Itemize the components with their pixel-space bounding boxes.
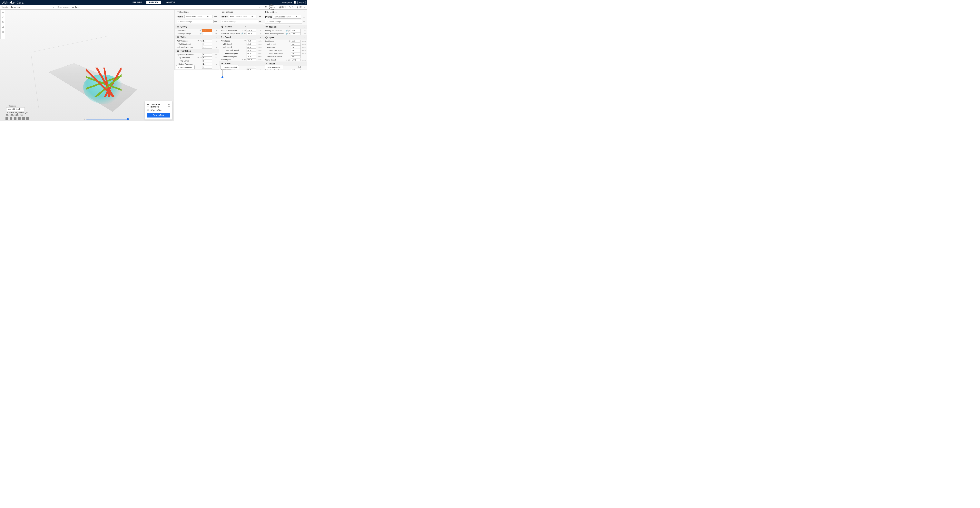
setting-input[interactable]: 0.2 (202, 32, 212, 35)
object-list-header[interactable]: ⌄ Object list (6, 105, 25, 107)
view-icon-1[interactable] (5, 117, 8, 120)
mirror-tool[interactable]: ⇄ (1, 24, 5, 29)
section-material[interactable]: Material ⌄ (263, 25, 307, 29)
setting-input[interactable]: 1.5 (202, 40, 212, 42)
view-icon-6[interactable] (26, 117, 29, 120)
search-input[interactable]: ⌕ (265, 20, 302, 24)
setting-input[interactable]: 40.0 (247, 43, 256, 45)
recommended-button[interactable]: ‹Recommended (265, 65, 283, 69)
setting-input[interactable]: 35.0 (291, 69, 301, 70)
fx-icon[interactable]: ƒx (244, 29, 246, 32)
view-icon-3[interactable] (14, 117, 16, 120)
setting-input[interactable]: 20.0 (247, 46, 256, 49)
setting-input[interactable]: 220.0 (247, 29, 256, 32)
setting-input[interactable]: 1.5 (202, 53, 212, 56)
setting-input[interactable]: 100.0 (291, 32, 301, 35)
play-button[interactable] (84, 118, 85, 120)
recommended-button[interactable]: ‹Recommended (221, 65, 239, 69)
section-material[interactable]: Material ⌄ (219, 24, 263, 29)
reset-icon[interactable]: ↺ (197, 57, 199, 59)
reset-icon[interactable]: ↺ (288, 33, 290, 35)
setting-input[interactable]: 40.0 (291, 52, 301, 55)
section-travel[interactable]: Travel⌄ (219, 61, 263, 66)
reset-icon[interactable]: ↺ (197, 40, 199, 42)
setting-input[interactable]: 1.5 (202, 63, 212, 65)
hamburger-icon[interactable] (303, 16, 305, 17)
section-topbottom[interactable]: Top/Bottom⌄ (175, 49, 219, 53)
hamburger-icon[interactable] (303, 21, 305, 22)
view-icon-5[interactable] (22, 117, 25, 120)
hamburger-icon[interactable] (259, 16, 261, 17)
hamburger-icon[interactable] (259, 21, 261, 22)
object-list-item[interactable]: vonoroi3d_01.stl (6, 107, 25, 111)
fx-icon[interactable]: ƒx (199, 40, 202, 42)
link-icon[interactable]: 🔗 (241, 32, 243, 35)
setting-input[interactable]: 100.0 (247, 32, 256, 35)
link-icon[interactable]: 🔗 (286, 33, 288, 35)
view-icon-2[interactable] (10, 117, 12, 120)
setting-input[interactable]: 0.0 (202, 46, 212, 49)
signin-button[interactable]: Sign in (298, 1, 306, 4)
setting-input[interactable]: 20.0 (291, 56, 301, 58)
save-to-disk-button[interactable]: Save to Disk (146, 113, 170, 117)
setting-input[interactable]: 20.0 (291, 46, 301, 49)
hamburger-icon[interactable] (215, 21, 217, 22)
search-input[interactable]: ⌕ (177, 20, 214, 23)
fx-icon[interactable]: ƒx (199, 57, 202, 59)
setting-input[interactable]: 40.0 (247, 40, 256, 42)
setting-input[interactable]: 20.0 (291, 49, 301, 52)
color-scheme-dropdown[interactable]: Color scheme Line Type ⌄ (56, 5, 262, 10)
info-icon[interactable]: ⓘ (168, 104, 170, 107)
setting-input[interactable]: 4 (202, 43, 212, 45)
profile-dropdown[interactable]: Extra Coarse0.6mm ★ ⌄ (185, 15, 212, 18)
link-icon[interactable]: 🔗 (286, 30, 288, 32)
setting-checkbox[interactable]: ✓ (299, 66, 301, 68)
slider-track[interactable] (86, 119, 129, 119)
scale-tool[interactable]: ⤢ (1, 15, 5, 20)
setting-input[interactable]: 0.6 (202, 29, 212, 32)
view-type-dropdown[interactable]: View type Layer view ⌄ (0, 5, 56, 10)
reset-icon[interactable]: ↺ (288, 40, 290, 42)
setting-input[interactable]: 100.0 (291, 59, 301, 61)
fx-icon[interactable]: ƒx (288, 59, 290, 61)
fx-icon[interactable]: ƒx (288, 30, 290, 32)
layer-slider-thumb[interactable] (221, 76, 223, 78)
profile-dropdown[interactable]: Extra Coarse0.6mm ★ ⌄ (229, 15, 257, 18)
setting-input[interactable]: 100.0 (247, 58, 256, 61)
setting-input[interactable]: 35.0 (247, 68, 256, 70)
section-speed[interactable]: Speed⌄ (263, 35, 307, 40)
tab-monitor[interactable]: MONITOR (163, 1, 178, 4)
link-icon[interactable]: 🔗 (199, 29, 202, 32)
setting-input[interactable]: 20.0 (247, 55, 256, 58)
simulation-slider[interactable] (84, 118, 129, 120)
reset-icon[interactable]: ↺ (241, 29, 243, 32)
support-tool[interactable]: ◯ (1, 34, 5, 39)
setting-input[interactable]: 2 (202, 60, 212, 62)
mesh-tool[interactable]: ▦ (1, 29, 5, 34)
setting-input[interactable]: 220.0 (291, 29, 301, 32)
setting-input[interactable]: 40.0 (291, 40, 301, 43)
3d-viewport[interactable]: 1 hour 32 minutes ⓘ 32g · 10.76m Save to… (0, 10, 174, 121)
tab-prepare[interactable]: PREPARE (130, 1, 145, 4)
rotate-tool[interactable]: ↻ (1, 20, 5, 24)
reset-icon[interactable]: ↺ (244, 40, 246, 42)
setting-input[interactable]: 40.0 (291, 43, 301, 46)
tab-preview[interactable]: PREVIEW (146, 1, 161, 4)
recommended-button[interactable]: ‹Recommended (176, 65, 195, 69)
reset-icon[interactable]: ↺ (199, 54, 202, 56)
search-input[interactable]: ⌕ (221, 20, 258, 23)
section-speed[interactable]: Speed⌄ (219, 35, 263, 40)
setting-input[interactable]: 20.0 (247, 49, 256, 52)
reset-icon[interactable]: ↺ (241, 59, 243, 61)
section-walls[interactable]: Walls⌄ (175, 35, 219, 40)
apps-icon[interactable] (294, 2, 296, 3)
fx-icon[interactable]: ƒx (244, 59, 246, 61)
reset-icon[interactable]: ↺ (244, 32, 246, 35)
setting-input[interactable]: 1.0 (202, 56, 212, 59)
section-quality[interactable]: Quality⌄ (175, 24, 219, 29)
setting-checkbox[interactable]: ✓ (254, 66, 256, 68)
setting-input[interactable]: 3 (202, 66, 212, 68)
profile-summary-dropdown[interactable]: Extra Coarse - 0.6mm 50% On Off ⌄ (262, 5, 307, 10)
marketplace-button[interactable]: Marketplace (281, 1, 293, 4)
move-tool[interactable]: ✥ (1, 10, 5, 15)
